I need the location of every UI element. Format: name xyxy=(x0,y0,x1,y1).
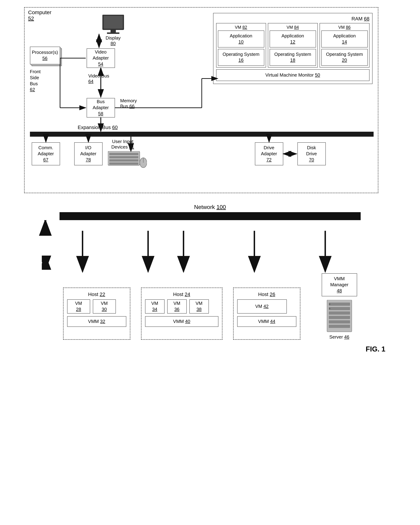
svg-rect-1 xyxy=(104,16,123,29)
os18: Operating System 18 xyxy=(270,49,316,66)
svg-point-47 xyxy=(329,303,330,305)
svg-rect-43 xyxy=(329,311,350,315)
app12: Application12 xyxy=(270,30,316,47)
vm84-box: VM 84 Application12 Operating System 18 xyxy=(268,23,318,67)
expansion-bus-bar xyxy=(30,132,374,137)
svg-rect-8 xyxy=(109,162,138,165)
vm36: VM36 xyxy=(167,299,187,314)
server-vmm-area: VMMManager48 xyxy=(322,273,357,340)
comm-arrow-svg xyxy=(42,256,95,270)
svg-rect-46 xyxy=(329,325,350,328)
vmm44: VMM 44 xyxy=(237,316,296,327)
vmm40: VMM 40 xyxy=(145,316,219,327)
vm28: VM28 xyxy=(67,299,90,314)
svg-rect-3 xyxy=(107,32,119,34)
vmm32: VMM 32 xyxy=(67,316,126,327)
network-bar xyxy=(60,212,361,220)
page: Computer 52 RAM 68 VM 82 Application10 xyxy=(15,7,405,353)
ram-box: RAM 68 VM 82 Application10 Operating Sys… xyxy=(213,13,373,84)
svg-rect-41 xyxy=(329,303,350,306)
app10: Application10 xyxy=(218,30,264,47)
computer-label: Computer 52 xyxy=(28,9,52,21)
vmm-manager-box: VMMManager48 xyxy=(322,273,357,296)
drive-adapter: DriveAdapter72 xyxy=(255,142,283,165)
vm82-box: VM 82 Application10 Operating System 16 xyxy=(216,23,266,67)
vm86-box: VM 86 Application14 Operating System 20 xyxy=(320,23,370,67)
vm38: VM38 xyxy=(189,299,209,314)
host-26-box: Host 26 VM 42 VMM 44 xyxy=(233,288,301,340)
monitor-icon xyxy=(101,15,126,34)
fig-label: FIG. 1 xyxy=(24,345,396,353)
svg-rect-6 xyxy=(109,156,138,158)
server-tower-svg xyxy=(323,300,355,335)
svg-rect-42 xyxy=(329,307,350,310)
disk-drive: DiskDrive70 xyxy=(297,142,326,165)
computer-box: Computer 52 RAM 68 VM 82 Application10 xyxy=(24,7,378,193)
host22-vm-row: VM28 VM30 xyxy=(67,299,126,314)
network-label: Network 100 xyxy=(24,204,396,210)
comm-adapter: Comm.Adapter67 xyxy=(32,142,60,165)
svg-rect-7 xyxy=(109,159,138,161)
svg-rect-44 xyxy=(329,316,350,319)
hosts-section: Host 22 VM28 VM30 VMM 32 Host 24 xyxy=(24,288,396,340)
app14: Application14 xyxy=(321,30,368,47)
video-adapter: VideoAdapter54 xyxy=(87,48,115,68)
expansion-bus-label: Expansion Bus 60 xyxy=(78,125,118,130)
svg-rect-45 xyxy=(329,320,350,323)
display-area: Display 80 xyxy=(99,15,127,46)
os16: Operating System 16 xyxy=(218,49,264,66)
io-adapter: I/OAdapter78 xyxy=(74,142,102,165)
host24-vm-row: VM34 VM36 VM38 xyxy=(145,299,219,314)
memory-bus-label: MemoryBus 66 xyxy=(120,98,137,109)
user-input-label: User InputDevices 81 xyxy=(111,139,134,150)
svg-rect-2 xyxy=(110,30,116,32)
vm30: VM30 xyxy=(93,299,116,314)
processor-area: Processor(s)56 FrontSideBus62 xyxy=(30,47,60,93)
vm34: VM34 xyxy=(145,299,164,314)
host26-vm-row: VM 42 xyxy=(237,299,296,314)
os20: Operating System 20 xyxy=(321,49,368,66)
vm42: VM 42 xyxy=(237,299,287,314)
network-section: Network 100 xyxy=(24,204,396,220)
host-22-box: Host 22 VM28 VM30 VMM 32 xyxy=(63,288,130,340)
bus-adapter: BusAdapter58 xyxy=(87,98,115,118)
host-24-box: Host 24 VM34 VM36 VM38 VMM 40 xyxy=(141,288,222,340)
svg-rect-5 xyxy=(109,153,138,155)
video-bus-label: Video Bus64 xyxy=(88,73,109,84)
svg-point-48 xyxy=(329,308,330,309)
server-icon: Server 46 xyxy=(323,300,355,340)
keyboard-icon xyxy=(108,151,147,171)
vmm50: Virtual Machine Monitor 50 xyxy=(216,69,370,81)
